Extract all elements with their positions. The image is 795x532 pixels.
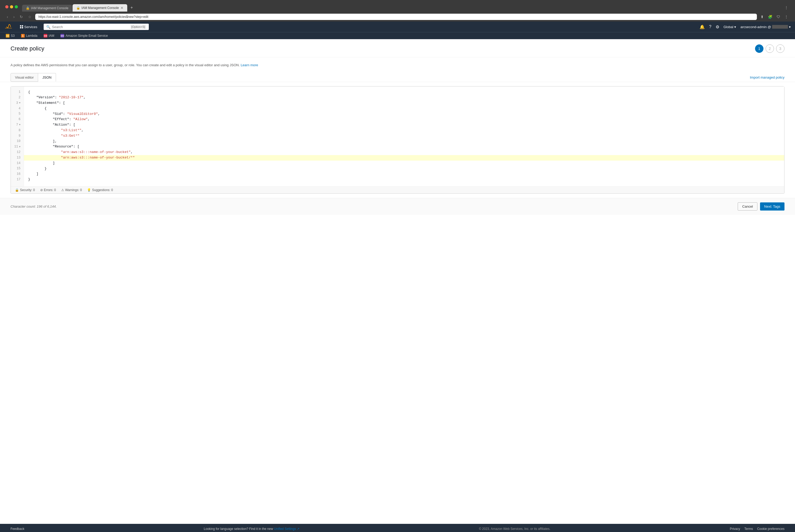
bookmark-s3[interactable]: S3 S3 <box>4 33 16 38</box>
aws-search-box[interactable]: 🔍 [Option+S] <box>44 24 149 30</box>
browser-menu-icon[interactable]: ⋮ <box>783 4 790 11</box>
cancel-button[interactable]: Cancel <box>738 203 757 211</box>
policy-description: A policy defines the AWS permissions tha… <box>0 57 795 73</box>
line-numbers: 1 2 3 4 5 6 7 8 9 10 11 12 13 14 15 16 1… <box>11 87 24 186</box>
share-button[interactable]: ⬆ <box>759 14 765 20</box>
tab-icon-1: 🔒 <box>26 6 30 10</box>
s3-label: S3 <box>11 34 15 38</box>
code-line-10: ], <box>28 139 780 144</box>
tab-close-icon[interactable]: ✕ <box>120 6 124 10</box>
warnings-icon: ⚠ <box>61 188 64 192</box>
iam-label: IAM <box>49 34 54 38</box>
region-chevron-icon: ▾ <box>734 25 736 29</box>
cookie-link[interactable]: Cookie preferences <box>757 527 784 531</box>
bookmark-ses[interactable]: SES Amazon Simple Email Service <box>59 33 109 38</box>
editor-tabs: Visual editor JSON Import managed policy <box>0 73 795 82</box>
line-num-13: 13 <box>13 155 22 160</box>
security-icon: 🔒 <box>15 188 19 192</box>
address-bar[interactable]: https://us-east-1.console.aws.amazon.com… <box>35 14 757 20</box>
new-tab-button[interactable]: + <box>128 4 135 12</box>
services-label: Services <box>24 25 37 29</box>
services-menu-button[interactable]: Services <box>18 24 39 30</box>
warnings-status: ⚠ Warnings: 0 <box>61 188 82 192</box>
page-header: Create policy 1 2 3 <box>0 39 795 57</box>
bookmark-lambda[interactable]: λ Lambda <box>19 33 39 38</box>
back-button[interactable]: ‹ <box>5 14 10 20</box>
page-title: Create policy <box>11 45 44 52</box>
search-input[interactable] <box>52 25 129 29</box>
line-num-3: 3 <box>13 100 22 106</box>
char-count: Character count: 196 of 6,144. <box>11 205 57 208</box>
code-line-14: ] <box>28 160 780 166</box>
warnings-label: Warnings: 0 <box>65 188 82 192</box>
bookmark-iam[interactable]: IAM IAM <box>42 33 56 38</box>
code-line-12: "arn:aws:s3:::name-of-your-bucket", <box>28 150 780 155</box>
step-2: 2 <box>765 44 774 53</box>
user-menu[interactable]: arcsecond-admin @ ▾ <box>740 25 791 29</box>
line-num-6: 6 <box>13 117 22 122</box>
code-line-11: "Resource": [ <box>28 144 780 150</box>
code-line-15: } <box>28 166 780 172</box>
bookmark-button[interactable]: ☆ <box>26 14 33 20</box>
main-content: Create policy 1 2 3 A policy defines the… <box>0 39 795 524</box>
line-num-14: 14 <box>13 160 22 166</box>
tab-visual-editor[interactable]: Visual editor <box>11 73 38 82</box>
browser-tab-1[interactable]: 🔒 IAM Management Console <box>22 5 72 12</box>
traffic-light-close[interactable] <box>5 5 8 8</box>
reload-button[interactable]: ↻ <box>18 14 24 20</box>
lambda-icon: λ <box>21 34 25 38</box>
tab-label-1: IAM Management Console <box>31 6 68 10</box>
notification-icon[interactable]: 🔔 <box>700 24 705 30</box>
code-line-2: "Version": "2012-10-17", <box>28 95 780 100</box>
code-editor-wrapper: 1 2 3 4 5 6 7 8 9 10 11 12 13 14 15 16 1… <box>11 86 784 194</box>
code-line-6: "Effect": "Allow", <box>28 117 780 122</box>
line-num-16: 16 <box>13 171 22 177</box>
region-selector[interactable]: Global ▾ <box>723 25 736 29</box>
code-line-4: { <box>28 106 780 111</box>
unified-settings-link[interactable]: Unified Settings ↗ <box>274 527 299 531</box>
traffic-light-maximize[interactable] <box>15 5 18 8</box>
settings-icon[interactable]: ⚙ <box>716 24 719 30</box>
next-button[interactable]: Next: Tags <box>760 203 784 211</box>
security-label: Security: 0 <box>20 188 35 192</box>
line-num-7: 7 <box>13 122 22 128</box>
suggestions-label: Suggestions: 0 <box>92 188 113 192</box>
bookmarks-bar: S3 S3 λ Lambda IAM IAM SES Amazon Simple… <box>0 32 795 39</box>
privacy-link[interactable]: Privacy <box>730 527 740 531</box>
extensions-icon[interactable]: 🧩 <box>766 14 774 20</box>
terms-link[interactable]: Terms <box>744 527 753 531</box>
code-content[interactable]: { "Version": "2012-10-17", "Statement": … <box>24 87 784 186</box>
code-line-7: "Action": [ <box>28 122 780 128</box>
aws-navigation: Services 🔍 [Option+S] 🔔 ? ⚙ Global ▾ arc… <box>0 22 795 32</box>
feedback-link[interactable]: Feedback <box>11 527 24 531</box>
suggestions-status: 💡 Suggestions: 0 <box>87 188 113 192</box>
user-label: arcsecond-admin @ <box>740 25 771 29</box>
code-editor[interactable]: 1 2 3 4 5 6 7 8 9 10 11 12 13 14 15 16 1… <box>11 87 784 186</box>
forward-button[interactable]: › <box>12 14 16 20</box>
learn-more-link[interactable]: Learn more <box>241 63 258 67</box>
iam-icon: IAM <box>44 34 47 38</box>
step-1: 1 <box>755 44 763 53</box>
line-num-5: 5 <box>13 111 22 117</box>
shield-icon[interactable]: 🛡 <box>775 14 782 20</box>
code-line-5: "Sid": "VisualEditor0", <box>28 111 780 117</box>
unified-settings-label: Unified Settings <box>274 527 296 531</box>
code-line-9: "s3:Get*" <box>28 133 780 139</box>
import-policy-link[interactable]: Import managed policy <box>750 75 784 79</box>
line-num-9: 9 <box>13 133 22 139</box>
browser-overflow-icon[interactable]: ⋮ <box>783 14 790 20</box>
browser-tab-2[interactable]: 🔒 IAM Management Console ✕ <box>73 4 127 12</box>
code-line-8: "s3:List*", <box>28 128 780 133</box>
footer-copyright: © 2023, Amazon Web Services, Inc. or its… <box>479 527 550 531</box>
suggestions-icon: 💡 <box>87 188 91 192</box>
page-footer: Feedback Looking for language selection?… <box>0 524 795 532</box>
tab-json[interactable]: JSON <box>38 73 56 82</box>
errors-label: Errors: 0 <box>44 188 56 192</box>
help-icon[interactable]: ? <box>709 24 712 29</box>
line-num-8: 8 <box>13 128 22 133</box>
footer-actions: Character count: 196 of 6,144. Cancel Ne… <box>0 198 795 215</box>
traffic-light-minimize[interactable] <box>10 5 13 8</box>
line-num-1: 1 <box>13 90 22 95</box>
line-num-2: 2 <box>13 95 22 100</box>
footer-message: Looking for language selection? Find it … <box>204 527 299 531</box>
